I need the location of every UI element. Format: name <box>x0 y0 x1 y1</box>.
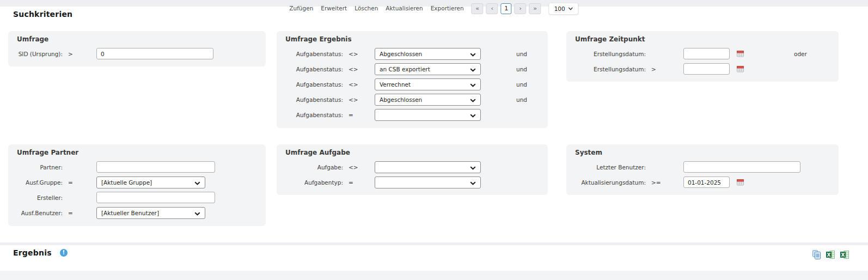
result-section-title: Ergebnis <box>13 248 52 257</box>
aufgabe-label: Aufgabe: <box>285 164 343 171</box>
ausf-gruppe-label: Ausf.Gruppe: <box>17 179 63 186</box>
selected-value: [Aktueller Benutzer] <box>101 210 159 216</box>
erstellungsdatum-input-2[interactable] <box>683 63 730 75</box>
erstellungsdatum-operator: > <box>646 66 683 72</box>
result-footer-band <box>0 271 868 280</box>
filter-row: Partner: <box>17 161 257 173</box>
copy-documents-icon[interactable] <box>812 250 821 259</box>
filter-row: Aufgabenstatus: <> Verrechnet und <box>285 78 539 90</box>
panel-system-title: System <box>575 149 830 156</box>
sid-ursprung-input[interactable] <box>96 48 213 59</box>
pager-toolbar-item[interactable]: Löschen <box>354 5 378 11</box>
panel-umfrage: Umfrage SID (Ursprung): > <box>8 31 266 66</box>
current-page-input[interactable]: 1 <box>501 3 512 14</box>
aufgabenstatus-operator: = <box>343 112 375 118</box>
page-size-value: 100 <box>554 5 565 12</box>
aktualisierungsdatum-operator: >= <box>646 179 683 186</box>
aufgabenstatus-select-5[interactable] <box>375 109 481 121</box>
pager-toolbar-item[interactable]: Zufügen <box>289 5 313 11</box>
calendar-icon[interactable] <box>737 50 744 57</box>
sid-ursprung-operator: > <box>63 51 96 57</box>
aufgabenstatus-select-2[interactable]: an CSB exportiert <box>375 63 481 75</box>
ersteller-input[interactable] <box>96 192 215 203</box>
partner-input[interactable] <box>96 161 215 173</box>
calendar-icon[interactable] <box>737 65 744 72</box>
selected-value: [Aktuelle Gruppe] <box>101 179 152 186</box>
chevron-down-icon <box>470 166 476 170</box>
ausf-benutzer-operator: = <box>63 210 96 216</box>
result-actions: X X <box>812 250 849 259</box>
filter-row: Letzter Benutzer: <box>575 161 830 173</box>
filter-row: Aufgabe: <> <box>285 161 539 173</box>
conjunction-label: und <box>516 81 527 88</box>
chevron-down-icon <box>470 83 476 87</box>
aufgabenstatus-select-3[interactable]: Verrechnet <box>375 78 481 90</box>
panel-umfrage-zeitpunkt-title: Umfrage Zeitpunkt <box>575 35 830 43</box>
erstellungsdatum-input-1[interactable] <box>683 48 730 59</box>
pager-toolbar-item[interactable]: Exportieren <box>431 5 464 11</box>
letzter-benutzer-input[interactable] <box>683 161 800 173</box>
calendar-icon[interactable] <box>737 179 744 186</box>
excel-export-icon[interactable]: X <box>840 251 849 259</box>
chevron-down-icon <box>470 99 476 102</box>
aufgabenstatus-label: Aufgabenstatus: <box>285 51 343 57</box>
excel-export-icon[interactable]: X <box>826 251 835 259</box>
app-screen: Suchkriterien Umfrage SID (Ursprung): > … <box>0 0 868 280</box>
filter-row: Erstellungsdatum: > <box>575 63 830 75</box>
result-pager: Zufügen Erweitert Löschen Aktualisieren … <box>289 3 578 15</box>
aufgabentyp-label: Aufgabentyp: <box>285 179 343 186</box>
previous-page-button[interactable]: ‹ <box>486 3 498 14</box>
aufgabenstatus-operator: <> <box>343 96 375 103</box>
filter-row: Aufgabenstatus: = <box>285 109 539 120</box>
aktualisierungsdatum-input[interactable] <box>683 176 730 188</box>
ausf-gruppe-operator: = <box>63 179 96 186</box>
svg-text:X: X <box>827 252 831 258</box>
page-size-select[interactable]: 100 <box>549 3 579 15</box>
filter-row: Aufgabenstatus: <> an CSB exportiert und <box>285 63 539 75</box>
filter-row: SID (Ursprung): > <box>17 48 257 59</box>
pager-toolbar-item[interactable]: Erweitert <box>321 5 347 11</box>
chevron-down-icon <box>470 114 476 118</box>
aufgabenstatus-label: Aufgabenstatus: <box>285 81 343 88</box>
panel-system: System Letzter Benutzer: Aktualisierungs… <box>566 144 839 195</box>
aufgabenstatus-operator: <> <box>343 81 375 88</box>
next-page-button[interactable]: › <box>515 3 527 14</box>
last-page-button[interactable]: » <box>529 3 541 14</box>
info-icon[interactable]: ! <box>60 249 68 257</box>
panel-umfrage-aufgabe: Umfrage Aufgabe Aufgabe: <> Aufgabentyp:… <box>277 144 548 195</box>
pager-buttons: « ‹ 1 › » <box>472 3 541 14</box>
result-card <box>0 245 868 271</box>
partner-label: Partner: <box>17 164 63 171</box>
panel-umfrage-partner: Umfrage Partner Partner: Ausf.Gruppe: = … <box>8 144 266 226</box>
aufgabenstatus-label: Aufgabenstatus: <box>285 112 343 118</box>
aufgabenstatus-label: Aufgabenstatus: <box>285 66 343 72</box>
aufgabenstatus-select-1[interactable]: Abgeschlossen <box>375 48 481 60</box>
conjunction-label: oder <box>794 51 807 57</box>
filter-row: Erstellungsdatum: oder <box>575 48 830 59</box>
ausf-gruppe-select[interactable]: [Aktuelle Gruppe] <box>96 176 205 188</box>
panel-umfrage-aufgabe-title: Umfrage Aufgabe <box>285 149 539 156</box>
pager-toolbar-item[interactable]: Aktualisieren <box>386 5 423 11</box>
conjunction-label: und <box>516 96 527 103</box>
conjunction-label: und <box>516 51 527 57</box>
chevron-down-icon <box>470 181 476 185</box>
ersteller-label: Ersteller: <box>17 194 63 201</box>
ausf-benutzer-select[interactable]: [Aktueller Benutzer] <box>96 207 205 219</box>
selected-value: Abgeschlossen <box>380 51 422 57</box>
aufgabentyp-select[interactable] <box>375 176 481 188</box>
first-page-button[interactable]: « <box>472 3 484 14</box>
chevron-down-icon <box>569 7 573 10</box>
search-section-title: Suchkriterien <box>13 10 72 19</box>
chevron-down-icon <box>470 68 476 72</box>
erstellungsdatum-label: Erstellungsdatum: <box>575 66 646 72</box>
aktualisierungsdatum-label: Aktualisierungsdatum: <box>575 179 646 186</box>
panel-umfrage-ergebnis-title: Umfrage Ergebnis <box>285 35 539 43</box>
aufgabe-operator: <> <box>343 164 375 171</box>
aufgabe-select[interactable] <box>375 161 481 173</box>
letzter-benutzer-label: Letzter Benutzer: <box>575 164 646 171</box>
aufgabenstatus-select-4[interactable]: Abgeschlossen <box>375 94 481 106</box>
chevron-down-icon <box>194 181 200 185</box>
erstellungsdatum-label: Erstellungsdatum: <box>575 51 646 57</box>
aufgabenstatus-label: Aufgabenstatus: <box>285 96 343 103</box>
conjunction-label: und <box>516 66 527 72</box>
